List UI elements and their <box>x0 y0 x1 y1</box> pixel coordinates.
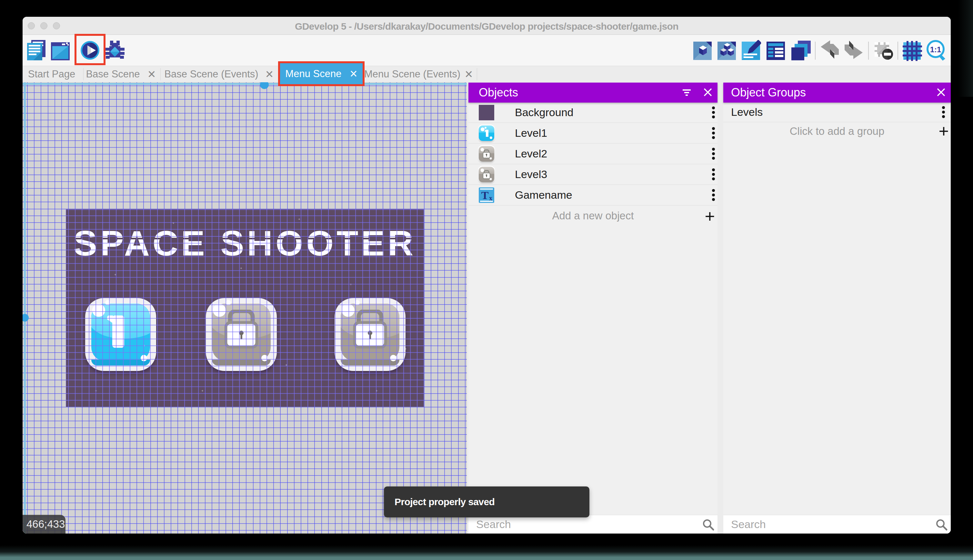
svg-text:T: T <box>482 189 489 201</box>
svg-text:1:1: 1:1 <box>930 45 941 54</box>
svg-text:x: x <box>489 195 492 202</box>
